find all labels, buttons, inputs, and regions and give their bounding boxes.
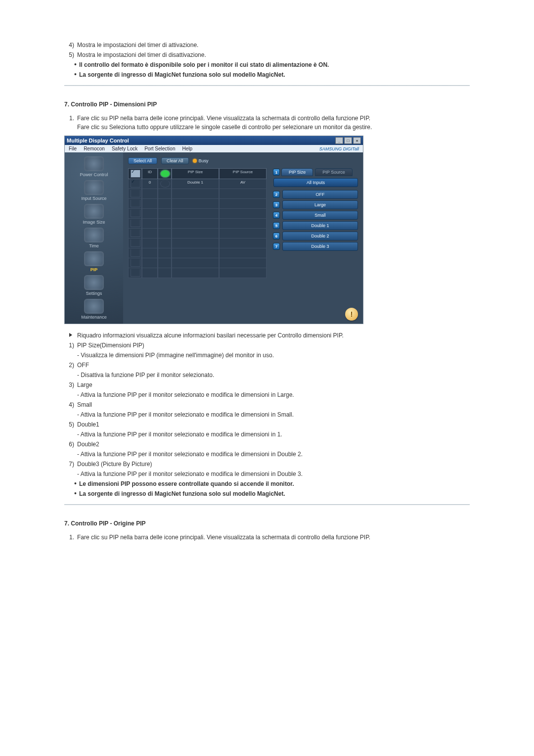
list-item: 3)Large - Attiva la funzione PIP per il … (64, 380, 470, 399)
row-checkbox[interactable] (131, 190, 140, 197)
sidebar-item[interactable]: Time (84, 228, 104, 248)
list-label: Double2 (77, 440, 470, 449)
menubar: FileRemoconSafety LockPort SelectionHelp… (65, 145, 363, 152)
bullet-item: •Le dimensioni PIP possono essere contro… (74, 479, 470, 488)
tab-pip-source[interactable]: PIP Source (315, 168, 352, 176)
menu-item[interactable]: Remocon (84, 146, 105, 151)
sidebar-item[interactable]: PIP (84, 251, 104, 272)
grid-row-empty[interactable] (128, 209, 267, 219)
sidebar-icon (84, 251, 104, 266)
bullet-icon: • (74, 60, 79, 69)
clear-all-button[interactable]: Clear All (161, 157, 189, 164)
bullet-item: •Il controllo del formato è disponibile … (74, 60, 470, 69)
option-button[interactable]: Double 3 (282, 242, 358, 251)
row-checkbox[interactable] (131, 249, 140, 257)
app-screenshot: Multiple Display Control _ □ × FileRemoc… (64, 136, 363, 324)
menu-item[interactable]: Safety Lock (112, 146, 137, 151)
row-checkbox[interactable] (131, 230, 140, 237)
list-label: PIP Size(Dimensioni PIP) (77, 341, 470, 350)
sidebar-item[interactable]: Settings (84, 275, 104, 296)
sidebar-icon (84, 275, 104, 290)
list-number: 5) (64, 420, 77, 429)
grid-row-empty[interactable] (128, 229, 267, 238)
sidebar: Power ControlInput SourceImage SizeTimeP… (65, 152, 123, 324)
list-number: 5) (64, 50, 77, 59)
sidebar-item[interactable]: Power Control (80, 156, 108, 177)
close-icon[interactable]: × (353, 137, 361, 144)
list-item: 5)Mostra le impostazioni del timer di di… (64, 50, 470, 59)
list-number: 6) (64, 440, 77, 449)
option-button[interactable]: Small (282, 211, 358, 220)
option-button[interactable]: Double 2 (282, 232, 358, 240)
grid-header-size: PIP Size (172, 168, 219, 179)
list-number: 1. (64, 114, 77, 132)
document-page: 4)Mostra le impostazioni del timer di at… (54, 0, 480, 563)
intro-line: Fare clic su Seleziona tutto oppure util… (77, 123, 470, 132)
grid-row-empty[interactable] (128, 219, 267, 229)
grid-header-check[interactable] (128, 168, 142, 179)
row-checkbox[interactable] (131, 269, 140, 277)
option-badge: 3 (273, 202, 279, 208)
sidebar-icon (84, 204, 104, 219)
row-checkbox[interactable] (131, 239, 140, 247)
select-all-button[interactable]: Select All (128, 157, 157, 164)
monitor-grid: ID PIP Size PIP Source 0 Double 1 AV (128, 168, 267, 278)
maximize-icon[interactable]: □ (344, 137, 352, 144)
sidebar-item[interactable]: Image Size (83, 204, 105, 225)
sidebar-label: Time (84, 243, 104, 248)
sidebar-label: Input Source (81, 196, 106, 201)
bullet-icon: • (74, 489, 79, 498)
sidebar-item[interactable]: Maintenance (81, 299, 107, 320)
option-button[interactable]: Double 1 (282, 221, 358, 230)
grid-row-empty[interactable] (128, 189, 267, 199)
bullet-item: •La sorgente di ingresso di MagicNet fun… (74, 489, 470, 498)
grid-row-empty[interactable] (128, 258, 267, 268)
list-sub: - Attiva la funzione PIP per il monitor … (77, 390, 470, 399)
menu-item[interactable]: File (69, 146, 77, 151)
toolbar: Select All Clear All Busy (128, 157, 358, 164)
tab-pip-size[interactable]: PIP Size (281, 168, 313, 176)
section1-end-bullets: •Le dimensioni PIP possono essere contro… (64, 479, 470, 498)
row-checkbox[interactable] (131, 220, 140, 227)
option-button[interactable]: OFF (282, 190, 358, 199)
option-button[interactable]: Large (282, 200, 358, 209)
menu-item[interactable]: Port Selection (144, 146, 175, 151)
grid-row-empty[interactable] (128, 199, 267, 209)
row-checkbox[interactable] (131, 210, 140, 217)
option-row: 7Double 3 (273, 242, 358, 251)
minimize-icon[interactable]: _ (335, 137, 343, 144)
grid-row-empty[interactable] (128, 268, 267, 278)
option-row: 3Large (273, 200, 358, 209)
section-title-pip-source: 7. Controllo PIP - Origine PIP (64, 520, 470, 527)
row-checkbox[interactable] (131, 259, 140, 267)
bullet-text: La sorgente di ingresso di MagicNet funz… (79, 70, 470, 79)
info-text: Riquadro informazioni visualizza alcune … (77, 331, 470, 340)
bullet-text: Il controllo del formato è disponibile s… (79, 60, 470, 69)
bullet-text: Le dimensioni PIP possono essere control… (79, 479, 470, 488)
row-checkbox[interactable] (131, 200, 140, 207)
list-number: 1) (64, 341, 77, 350)
list-sub: - Attiva la funzione PIP per il monitor … (77, 470, 470, 478)
list-item: 2)OFF - Disattiva la funzione PIP per il… (64, 361, 470, 379)
main-panel: Select All Clear All Busy ID PIP Size (123, 152, 363, 324)
option-row: 4Small (273, 211, 358, 220)
bullet-icon: • (74, 70, 79, 79)
row-checkbox[interactable] (131, 180, 140, 188)
bullet-icon: • (74, 479, 79, 488)
grid-row-empty[interactable] (128, 238, 267, 248)
list-item: 1)PIP Size(Dimensioni PIP) - Visualizza … (64, 341, 470, 360)
section2-intro: 1. Fare clic su PIP nella barra delle ic… (64, 533, 470, 542)
busy-label: Busy (199, 158, 209, 163)
hint-icon[interactable]: ! (345, 308, 358, 321)
menu-item[interactable]: Help (182, 146, 192, 151)
divider (64, 504, 470, 505)
sidebar-item[interactable]: Input Source (81, 180, 106, 201)
sidebar-icon (84, 156, 104, 171)
pre-list: 4)Mostra le impostazioni del timer di at… (64, 41, 470, 59)
grid-row[interactable]: 0 Double 1 AV (128, 179, 267, 189)
row-source: AV (219, 179, 267, 189)
option-row: 6Double 2 (273, 232, 358, 240)
section1-intro: 1. Fare clic su PIP nella barra delle ic… (64, 114, 470, 132)
grid-row-empty[interactable] (128, 248, 267, 258)
row-size: Double 1 (172, 179, 219, 189)
